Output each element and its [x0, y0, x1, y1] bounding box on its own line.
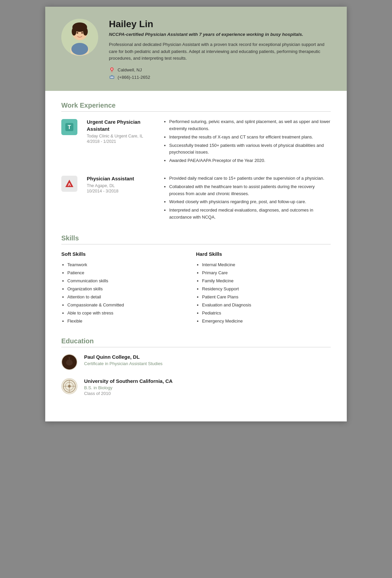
svg-point-30 — [68, 385, 71, 388]
edu1-info: Paul Quinn College, DL Certificate in Ph… — [84, 354, 162, 367]
hard-skill-1: Internal Medicine — [202, 261, 331, 269]
job1-bullet-2: Interpreted the results of X-rays and CT… — [169, 134, 331, 141]
hard-skill-8: Emergency Medicine — [202, 317, 331, 325]
svg-point-8 — [71, 43, 88, 55]
svg-rect-14 — [110, 76, 114, 78]
skills-title: Skills — [61, 234, 331, 242]
candidate-tagline: NCCPA-certified Physician Assistant with… — [109, 32, 331, 38]
phone-icon — [109, 74, 115, 80]
job1-bullet-1: Performed suturing, pelvic exams, and sp… — [169, 118, 331, 132]
education-divider — [61, 347, 331, 347]
location-contact: Caldwell, NJ — [109, 67, 331, 73]
job2-dates: 10/2014 - 3/2018 — [87, 189, 154, 193]
edu2-info: University of Southern California, CA B.… — [84, 378, 173, 396]
education-section: Education Paul Quinn College, DL — [61, 337, 331, 396]
svg-point-6 — [77, 32, 78, 34]
job2-company: The Agape, DL — [87, 183, 154, 188]
hard-skill-4: Residency Support — [202, 285, 331, 293]
hard-skill-3: Family Medicine — [202, 277, 331, 285]
soft-skill-6: Compassionate & Committed — [67, 301, 196, 309]
job1-info: Urgent Care Physician Assistant Today Cl… — [87, 118, 154, 166]
job1-logo: T — [61, 119, 77, 135]
edu1-name: Paul Quinn College, DL — [84, 354, 162, 360]
job2-bullet-3: Worked closely with physicians regarding… — [169, 198, 331, 206]
hard-skills-list: Internal Medicine Primary Care Family Me… — [196, 261, 331, 325]
svg-text:T: T — [68, 124, 71, 130]
soft-skill-7: Able to cope with stress — [67, 309, 196, 317]
edu-entry-2: University of Southern California, CA B.… — [61, 378, 331, 396]
resume-header: Hailey Lin NCCPA-certified Physician Ass… — [45, 7, 347, 91]
edu-entry-1: Paul Quinn College, DL Certificate in Ph… — [61, 354, 331, 370]
hard-skill-5: Patient Care Plans — [202, 293, 331, 301]
location-text: Caldwell, NJ — [118, 67, 142, 72]
edu2-name: University of Southern California, CA — [84, 378, 173, 384]
job1-title: Urgent Care Physician Assistant — [87, 118, 154, 132]
hard-skills-col: Hard Skills Internal Medicine Primary Ca… — [196, 251, 331, 325]
work-experience-section: Work Experience T Urgent Care Physician … — [61, 102, 331, 222]
job1-bullet-4: Awarded PAEA/AAPA Preceptor of the Year … — [169, 157, 331, 164]
svg-point-5 — [83, 27, 88, 36]
header-info: Hailey Lin NCCPA-certified Physician Ass… — [109, 19, 331, 80]
job1-bullets: Performed suturing, pelvic exams, and sp… — [163, 118, 331, 166]
edu1-logo — [61, 354, 77, 370]
job2-logo: A — [61, 176, 77, 192]
job2-title: Physician Assistant — [87, 175, 154, 182]
job2-bullet-1: Provided daily medical care to 15+ patie… — [169, 175, 331, 182]
edu2-year: Class of 2010 — [84, 391, 173, 396]
svg-point-4 — [72, 27, 76, 36]
education-title: Education — [61, 337, 331, 345]
work-divider — [61, 111, 331, 112]
avatar — [61, 19, 98, 56]
skills-columns: Soft Skills Teamwork Patience Communicat… — [61, 251, 331, 325]
job1-company: Today Clinic & Urgent Care, IL — [87, 134, 154, 138]
soft-skill-4: Organization skills — [67, 285, 196, 293]
phone-contact: (+866)-111-2652 — [109, 74, 331, 80]
work-entry-1: T Urgent Care Physician Assistant Today … — [61, 118, 331, 166]
job1-dates: 4/2018 - 1/2021 — [87, 139, 154, 144]
job2-bullet-2: Collaborated with the healthcare team to… — [169, 183, 331, 197]
job2-bullets: Provided daily medical care to 15+ patie… — [163, 175, 331, 222]
candidate-description: Professional and dedicated Physician Ass… — [109, 41, 331, 62]
hard-skill-6: Evaluation and Diagnosis — [202, 301, 331, 309]
job2-info: Physician Assistant The Agape, DL 10/201… — [87, 175, 154, 222]
soft-skill-3: Communication skills — [67, 277, 196, 285]
candidate-name: Hailey Lin — [109, 19, 331, 30]
edu1-degree: Certificate in Physician Assistant Studi… — [84, 361, 162, 366]
soft-skill-5: Attention to detail — [67, 293, 196, 301]
svg-point-7 — [81, 32, 83, 34]
edu2-logo — [61, 378, 77, 394]
work-entry-2: A Physician Assistant The Agape, DL 10/2… — [61, 175, 331, 222]
resume-body: Work Experience T Urgent Care Physician … — [45, 91, 347, 421]
soft-skills-title: Soft Skills — [61, 251, 196, 257]
soft-skills-list: Teamwork Patience Communication skills O… — [61, 261, 196, 325]
hard-skill-7: Pediatrics — [202, 309, 331, 317]
soft-skill-8: Flexible — [67, 317, 196, 325]
job1-bullet-3: Successfully treated 150+ patients with … — [169, 142, 331, 156]
soft-skill-2: Patience — [67, 269, 196, 277]
resume-wrapper: Hailey Lin NCCPA-certified Physician Ass… — [45, 7, 347, 421]
job2-bullet-4: Interpreted and recorded medical evaluat… — [169, 207, 331, 221]
skills-divider — [61, 244, 331, 244]
hard-skill-2: Primary Care — [202, 269, 331, 277]
work-experience-title: Work Experience — [61, 102, 331, 109]
edu2-degree: B.S. in Biology — [84, 385, 173, 390]
hard-skills-title: Hard Skills — [196, 251, 331, 257]
header-contacts: Caldwell, NJ (+866)-111-2652 — [109, 67, 331, 80]
soft-skill-1: Teamwork — [67, 261, 196, 269]
location-icon — [109, 67, 115, 73]
skills-section: Skills Soft Skills Teamwork Patience Com… — [61, 234, 331, 325]
svg-text:A: A — [68, 182, 71, 187]
svg-point-10 — [111, 68, 113, 70]
soft-skills-col: Soft Skills Teamwork Patience Communicat… — [61, 251, 196, 325]
phone-text: (+866)-111-2652 — [118, 75, 150, 80]
svg-rect-15 — [111, 75, 113, 76]
